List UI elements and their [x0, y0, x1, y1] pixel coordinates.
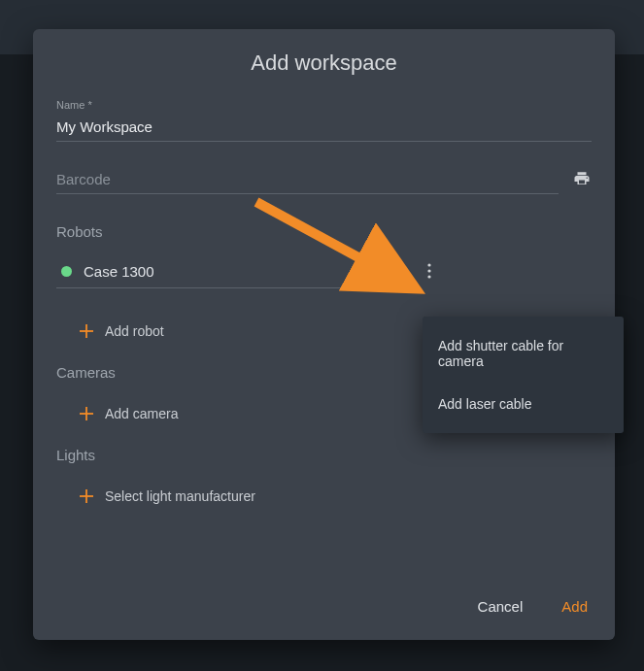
print-icon[interactable]: [572, 170, 592, 191]
plus-icon: [80, 489, 93, 503]
dialog-title: Add workspace: [56, 50, 592, 76]
status-dot-icon: [61, 266, 72, 277]
svg-point-0: [427, 263, 430, 266]
barcode-input[interactable]: [56, 167, 559, 194]
svg-point-2: [427, 275, 430, 278]
add-button[interactable]: Add: [556, 590, 593, 622]
cancel-button[interactable]: Cancel: [472, 590, 529, 622]
add-camera-label: Add camera: [105, 406, 178, 421]
chevron-down-icon: [394, 272, 406, 280]
plus-icon: [80, 407, 93, 420]
robots-section-heading: Robots: [56, 223, 592, 240]
name-field-wrapper: Name *: [56, 99, 592, 142]
name-input[interactable]: [56, 115, 592, 142]
robot-context-menu: Add shutter cable for camera Add laser c…: [423, 317, 624, 433]
robot-select-value: Case 1300: [84, 263, 406, 280]
add-robot-label: Add robot: [105, 323, 164, 339]
barcode-row: [56, 167, 592, 194]
lights-section-heading: Lights: [56, 447, 592, 463]
name-field-label: Name *: [56, 99, 592, 111]
robot-select[interactable]: Case 1300: [56, 257, 408, 288]
add-shutter-cable-item[interactable]: Add shutter cable for camera: [423, 324, 624, 383]
dialog-actions: Cancel Add: [472, 590, 593, 622]
robot-row: Case 1300: [56, 257, 592, 288]
select-light-label: Select light manufacturer: [105, 488, 255, 504]
svg-point-1: [427, 269, 430, 272]
select-light-button[interactable]: Select light manufacturer: [56, 481, 592, 512]
add-laser-cable-item[interactable]: Add laser cable: [423, 383, 624, 425]
plus-icon: [80, 324, 93, 338]
robot-more-button[interactable]: [422, 257, 437, 288]
